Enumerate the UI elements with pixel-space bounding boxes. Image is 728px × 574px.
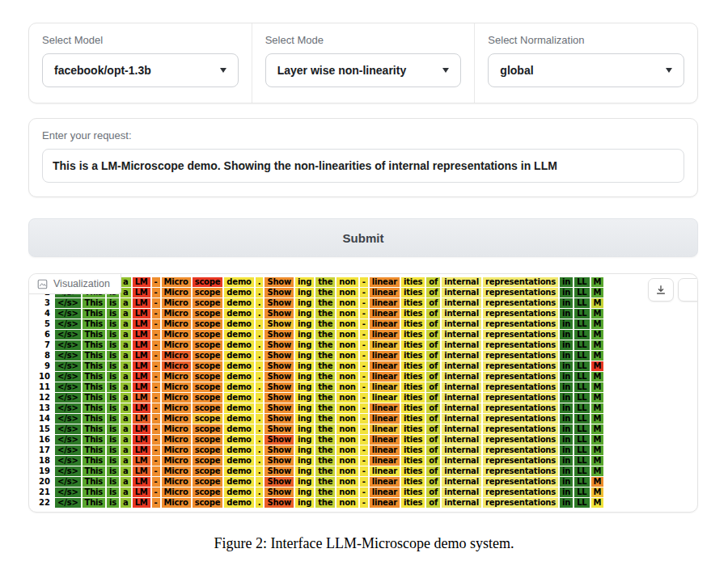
heatmap-cell: is [107, 424, 119, 434]
heatmap-cell: linear [370, 288, 400, 298]
heatmap-cell: demo [224, 277, 253, 287]
heatmap-cell: representations [483, 361, 558, 371]
heatmap-cell: non [336, 361, 358, 371]
heatmap-cell: internal [442, 361, 481, 371]
heatmap-cell: demo [224, 414, 253, 424]
heatmap-cell: non [336, 456, 358, 466]
heatmap-cell: a [121, 351, 131, 361]
heatmap-cell: internal [442, 445, 481, 455]
heatmap-cell: scope [193, 445, 223, 455]
heatmap-cell: linear [370, 498, 400, 508]
heatmap-cell: is [107, 456, 119, 466]
heatmap-cell: LL [574, 498, 589, 508]
mode-dropdown[interactable]: Layer wise non-linearity [265, 53, 462, 87]
heatmap-cell: LL [574, 414, 589, 424]
normalization-dropdown[interactable]: global [488, 53, 684, 87]
heatmap-cell: - [360, 330, 368, 340]
heatmap-cell: non [336, 445, 358, 455]
heatmap-cell: Micro [162, 277, 191, 287]
heatmap-cell: ing [295, 487, 314, 497]
heatmap-cell: demo [224, 466, 253, 476]
heatmap-cell: of [426, 393, 440, 403]
heatmap-cell: - [152, 309, 160, 319]
heatmap-cell: a [121, 319, 131, 329]
heatmap-cell: M [591, 487, 604, 497]
layer-number: 6 [29, 330, 50, 339]
heatmap-cell: - [152, 277, 160, 287]
heatmap-cell: a [121, 382, 131, 392]
heatmap-cell: - [360, 424, 368, 434]
heatmap-cell: </s> [55, 445, 81, 455]
heatmap-cell: in [560, 309, 573, 319]
heatmap-cell: is [107, 435, 119, 445]
heatmap-cell: . [256, 382, 264, 392]
heatmap-cell: M [591, 456, 604, 466]
heatmap-cell: M [591, 319, 604, 329]
heatmap-cell: ities [401, 298, 425, 308]
heatmap-cell: non [336, 330, 358, 340]
heatmap-cell: This [83, 498, 106, 508]
heatmap-cell: in [560, 319, 573, 329]
heatmap-cell: ing [295, 298, 314, 308]
tab-visualization[interactable]: Visualization [29, 274, 121, 294]
heatmap-cell: M [591, 330, 604, 340]
heatmap-cell: scope [193, 361, 223, 371]
edge-button[interactable] [678, 278, 698, 302]
heatmap-cell: </s> [55, 309, 81, 319]
heatmap-cell: . [256, 445, 264, 455]
heatmap-cell: of [426, 298, 440, 308]
heatmap-cell: - [360, 309, 368, 319]
heatmap-cell: internal [442, 424, 481, 434]
heatmap-cell: in [560, 372, 573, 382]
heatmap-cell: linear [370, 477, 400, 487]
heatmap-cell: Micro [162, 372, 191, 382]
heatmap-cell: M [591, 298, 604, 308]
heatmap-cell: LM [133, 424, 150, 434]
heatmap-cell: - [360, 351, 368, 361]
heatmap-cell: in [560, 498, 573, 508]
heatmap-row: 9</s>ThisisaLM-Microscopedemo.Showingthe… [29, 361, 697, 371]
heatmap-cell: internal [442, 382, 481, 392]
heatmap-cell: ing [295, 361, 314, 371]
download-button[interactable] [648, 278, 674, 302]
heatmap-cell: LL [574, 309, 589, 319]
heatmap-cell: . [256, 288, 264, 298]
heatmap-cell: is [107, 319, 119, 329]
heatmap-cell: - [152, 403, 160, 413]
heatmap-cell: the [315, 277, 335, 287]
heatmap-cell: LL [574, 277, 589, 287]
submit-button[interactable]: Submit [28, 218, 698, 257]
heatmap-cell: ing [295, 382, 314, 392]
heatmap-cell: - [360, 298, 368, 308]
heatmap-cell: representations [483, 288, 558, 298]
heatmap-cell: scope [193, 403, 223, 413]
heatmap-row: 22</s>ThisisaLM-Microscopedemo.Showingth… [29, 497, 697, 508]
heatmap-cell: Show [265, 330, 294, 340]
heatmap-cell: demo [224, 477, 253, 487]
heatmap-cell: the [315, 477, 335, 487]
heatmap-cell: non [336, 403, 358, 413]
layer-number: 7 [29, 340, 50, 349]
layer-number: 14 [29, 414, 50, 423]
heatmap-cell: </s> [55, 487, 81, 497]
heatmap-cell: linear [370, 487, 400, 497]
heatmap-cell: non [336, 319, 358, 329]
heatmap-cell: non [336, 466, 358, 476]
heatmap-cell: scope [193, 477, 223, 487]
heatmap-cell: linear [370, 361, 400, 371]
heatmap-cell: representations [483, 445, 558, 455]
heatmap-cell: linear [370, 298, 400, 308]
heatmap-cell: . [256, 498, 264, 508]
heatmap-cell: a [121, 477, 131, 487]
heatmap-cell: non [336, 351, 358, 361]
heatmap-row: 16</s>ThisisaLM-Microscopedemo.Showingth… [29, 434, 697, 445]
model-dropdown[interactable]: facebook/opt-1.3b [42, 53, 239, 87]
heatmap-cell: M [591, 309, 604, 319]
heatmap-cell: demo [224, 393, 253, 403]
heatmap-cell: scope [193, 382, 223, 392]
layer-number: 4 [29, 309, 50, 318]
heatmap-cell: scope [193, 456, 223, 466]
request-input[interactable] [42, 149, 684, 183]
heatmap-cell: the [315, 456, 335, 466]
heatmap-cell: internal [442, 319, 481, 329]
